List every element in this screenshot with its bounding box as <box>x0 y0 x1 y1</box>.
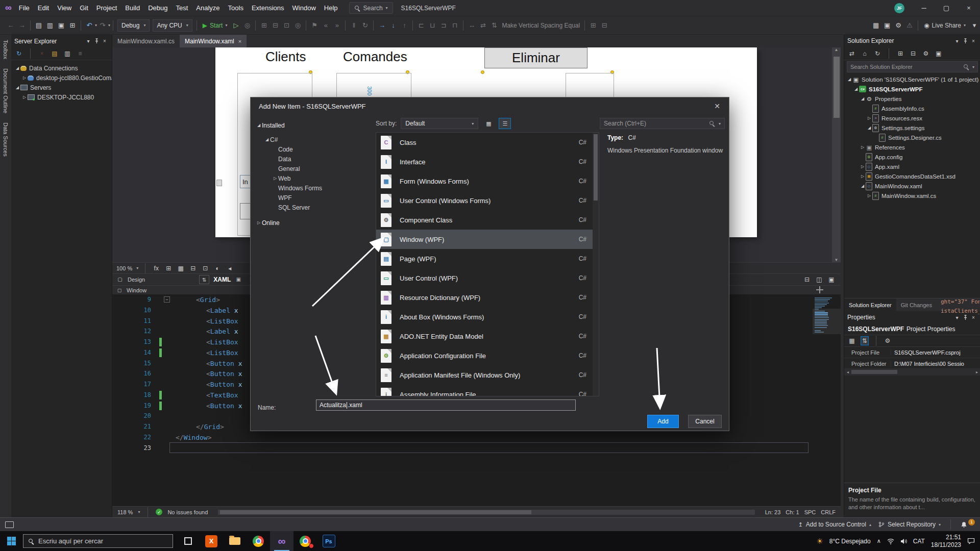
select-repository-button[interactable]: Select Repository ▾ <box>878 521 941 528</box>
menu-test[interactable]: Test <box>172 0 192 16</box>
menu-view[interactable]: View <box>53 0 76 16</box>
menu-build[interactable]: Build <box>121 0 144 16</box>
category-wpf[interactable]: WPF <box>255 193 371 203</box>
designer-vertical-scrollbar[interactable]: ▲▼ <box>832 47 841 262</box>
solution-tree-item[interactable]: ⚙App.config <box>844 152 980 162</box>
chrome-profile-icon[interactable] <box>293 531 317 551</box>
sync-icon[interactable]: ↑ <box>399 20 410 31</box>
horizontal-scrollbar[interactable] <box>218 510 754 515</box>
new-file-icon[interactable]: ▤ <box>33 20 44 31</box>
pin-icon[interactable] <box>961 37 969 44</box>
redo-icon-caret[interactable]: ▾ <box>108 23 110 28</box>
break-all-icon[interactable]: ‖ <box>348 20 359 31</box>
performance-profiler-icon[interactable]: ◎ <box>241 20 253 31</box>
scroll-right-icon[interactable]: ▸ <box>973 370 980 374</box>
file-explorer-icon[interactable] <box>223 531 247 551</box>
template-item[interactable]: ▤Page (WPF)C# <box>376 249 599 268</box>
platform-dropdown[interactable]: Any CPU▾ <box>153 19 192 32</box>
solution-tree-item[interactable]: ▷◇App.xaml <box>844 162 980 171</box>
title-search-box[interactable]: Search ▾ <box>349 2 393 14</box>
maximize-button[interactable]: ▢ <box>935 0 958 16</box>
editor-zoom-level[interactable]: 118 % <box>117 509 133 515</box>
volume-icon[interactable] <box>900 538 907 544</box>
template-search-box[interactable]: Search (Ctrl+E) ▾ <box>600 118 725 129</box>
solution-tree-item[interactable]: #AssemblyInfo.cs <box>844 104 980 113</box>
split-vertical-icon[interactable]: ◫ <box>815 274 823 285</box>
scroll-down-icon[interactable]: ▼ <box>835 258 839 262</box>
designer-label-clients[interactable]: Clients <box>265 49 306 65</box>
effects-icon[interactable]: fx <box>152 263 160 274</box>
debug-configuration-dropdown[interactable]: Debug▾ <box>117 19 150 32</box>
code-line[interactable]: 22</Window> <box>112 432 813 443</box>
menu-project[interactable]: Project <box>92 0 121 16</box>
solution-tree-item[interactable]: ▷#MainWindow.xaml.cs <box>844 191 980 201</box>
next-bookmark-icon[interactable]: » <box>331 20 342 31</box>
solution-tree-item[interactable]: ▷▣References <box>844 142 980 152</box>
previous-bookmark-icon[interactable]: « <box>320 20 331 31</box>
category-online[interactable]: ▷Online <box>255 218 371 228</box>
wifi-icon[interactable] <box>887 538 894 544</box>
chevron-down-icon[interactable]: ▾ <box>138 510 140 514</box>
align-centers-icon[interactable]: ⊔ <box>427 20 438 31</box>
live-share-button[interactable]: ◉Live Share▾ <box>924 22 966 29</box>
category-code[interactable]: Code <box>255 144 371 154</box>
collapse-splitter-icon[interactable]: ◂ <box>226 263 234 274</box>
solution-tree-item[interactable]: ◢C#S16SQLServerWPF <box>844 84 980 94</box>
server-tree-item[interactable]: ◢Servers <box>11 83 112 92</box>
start-button[interactable] <box>7 537 16 545</box>
editor-minimap[interactable] <box>813 294 841 506</box>
filter-icon[interactable]: ≡ <box>76 49 84 58</box>
toolbar-overflow-icon[interactable]: ▾ <box>969 20 980 31</box>
xaml-tab[interactable]: XAML <box>213 276 231 283</box>
scroll-left-icon[interactable]: ◂ <box>844 370 851 374</box>
category-sql-server[interactable]: SQL Server <box>255 203 371 212</box>
close-icon[interactable]: × <box>969 37 977 44</box>
attach-to-process-icon[interactable]: ↓ <box>387 20 399 31</box>
menu-file[interactable]: File <box>15 0 34 16</box>
properties-horizontal-scrollbar[interactable]: ◂ ▸ <box>844 368 980 375</box>
cancel-button[interactable]: Cancel <box>688 415 722 428</box>
add-to-source-control-button[interactable]: ↥ Add to Source Control ▴ <box>798 521 871 528</box>
language-indicator[interactable]: CAT <box>913 538 925 545</box>
alphabetical-icon[interactable]: ⇅ <box>861 336 869 345</box>
find-icon[interactable]: ◎ <box>292 20 303 31</box>
menu-extensions[interactable]: Extensions <box>248 0 288 16</box>
make-vertical-spacing-equal-icon[interactable]: ⇅ <box>488 20 500 31</box>
snapping-icon[interactable]: ▦ <box>177 263 185 274</box>
close-icon[interactable]: × <box>101 38 109 45</box>
minimize-button[interactable]: ─ <box>913 0 935 16</box>
template-item[interactable]: ▭User Control (Windows Forms)C# <box>376 191 599 210</box>
refresh-icon[interactable]: ↻ <box>873 49 881 58</box>
menu-debug[interactable]: Debug <box>144 0 172 16</box>
selection-handle[interactable] <box>481 70 484 74</box>
server-tree-item[interactable]: ▷DESKTOP-JCCL880 <box>11 92 112 102</box>
show-annotations-icon[interactable]: ⊟ <box>189 263 197 274</box>
split-horizontal-icon[interactable]: ⊟ <box>803 274 811 285</box>
sort-dropdown[interactable]: Default ▾ <box>401 118 478 129</box>
task-view-icon[interactable] <box>176 531 200 551</box>
window-position-icon[interactable]: ▾ <box>84 38 92 45</box>
refresh-icon[interactable]: ↻ <box>15 49 23 58</box>
dialog-title-bar[interactable]: Add New Item - S16SQLServerWPF ✕ <box>251 97 729 115</box>
show-guides-icon[interactable]: ⊡ <box>281 20 292 31</box>
list-view-button[interactable]: ☰ <box>499 118 511 129</box>
scroll-up-icon[interactable]: ▲ <box>835 47 839 52</box>
align-tops-icon[interactable]: ⊓ <box>449 20 460 31</box>
line-ending-indicator[interactable]: CRLF <box>821 509 836 515</box>
make-same-size-icon[interactable]: ↔ <box>466 20 477 31</box>
photoshop-icon[interactable]: Ps <box>317 531 340 551</box>
navigate-forward-icon[interactable]: → <box>16 20 28 31</box>
window-position-icon[interactable]: ▾ <box>953 314 961 321</box>
property-pages-icon[interactable]: ⚙ <box>884 337 892 345</box>
design-tab[interactable]: Design <box>128 277 145 283</box>
solution-tree-item[interactable]: #Settings.Designer.cs <box>844 133 980 142</box>
tab-mainwindow-xaml[interactable]: MainWindow.xaml× <box>180 35 247 47</box>
bring-to-front-icon[interactable]: ⊞ <box>587 20 599 31</box>
disable-project-code-icon[interactable]: ⊡ <box>201 263 209 274</box>
server-tree-item[interactable]: ▷desktop-jccl880.GestioComande... <box>11 73 112 83</box>
start-without-debugging-icon[interactable]: ▷ <box>230 20 241 31</box>
action-center-icon[interactable] <box>967 538 975 544</box>
close-icon[interactable]: × <box>969 314 977 321</box>
category-c-[interactable]: ◢C# <box>255 135 371 144</box>
taskbar-search-box[interactable]: Escriu aquí per cercar <box>23 534 173 548</box>
